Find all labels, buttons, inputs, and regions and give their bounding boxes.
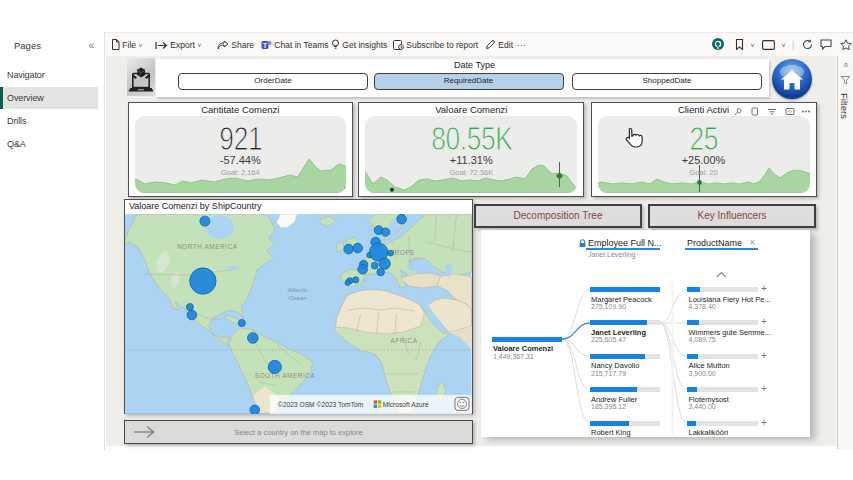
svg-text:Microsoft Azure: Microsoft Azure [383, 400, 429, 407]
svg-text:NORTH AMERICA: NORTH AMERICA [177, 243, 238, 250]
svg-text:T: T [263, 42, 267, 49]
svg-text:SOUTH AMERICA: SOUTH AMERICA [255, 371, 316, 378]
svg-text:AFRICA: AFRICA [391, 336, 418, 343]
svg-text:©2023 OSM ©2023 TomTom: ©2023 OSM ©2023 TomTom [278, 400, 364, 407]
svg-text:Ocean: Ocean [289, 294, 308, 301]
svg-text:Atlantic: Atlantic [287, 286, 309, 293]
